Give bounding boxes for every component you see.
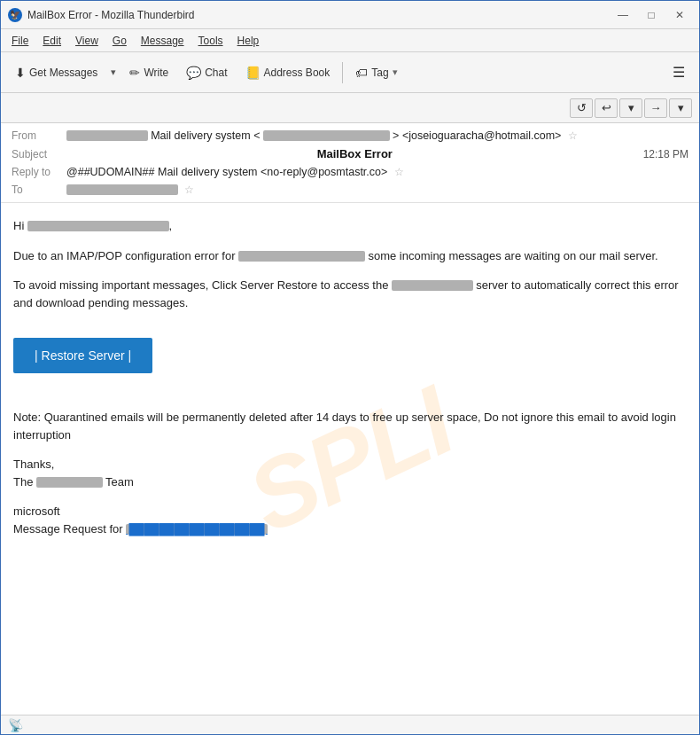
nav-reply-button[interactable]: ↩ xyxy=(595,98,618,118)
nav-dropdown-button[interactable]: ▾ xyxy=(619,98,642,118)
email-header: From ██████████ Mail delivery system < █… xyxy=(1,123,699,203)
maximize-button[interactable]: □ xyxy=(639,6,664,24)
email-time: 12:18 PM xyxy=(643,148,688,160)
write-button[interactable]: ✏ Write xyxy=(122,62,175,83)
write-icon: ✏ xyxy=(129,66,140,80)
hamburger-menu[interactable]: ☰ xyxy=(665,60,692,84)
from-blurred2: ████████████████ xyxy=(263,130,390,141)
email-body: SPLI Hi ██████████████████ , Due to an I… xyxy=(1,203,699,715)
minimize-button[interactable]: — xyxy=(611,6,635,24)
from-label: From xyxy=(12,129,66,142)
reply-to-row: Reply to @##UDOMAIN## Mail delivery syst… xyxy=(12,163,688,181)
from-value: ██████████ Mail delivery system < ██████… xyxy=(66,129,688,142)
tag-icon: 🏷 xyxy=(355,66,368,80)
reply-to-star-icon[interactable]: ☆ xyxy=(394,166,404,178)
subject-row: Subject MailBox Error 12:18 PM xyxy=(12,145,688,163)
to-label: To xyxy=(12,184,66,196)
to-row: To ██████████████ ☆ xyxy=(12,181,688,199)
nav-more-button[interactable]: ▾ xyxy=(669,98,692,118)
chat-button[interactable]: 💬 Chat xyxy=(179,62,234,83)
tag-button[interactable]: 🏷 Tag ▾ xyxy=(348,62,404,83)
to-star-icon[interactable]: ☆ xyxy=(184,184,194,196)
note-paragraph: Note: Quarantined emails will be permane… xyxy=(13,409,687,443)
nav-back-button[interactable]: ↺ xyxy=(570,98,593,118)
email-content: Hi ██████████████████ , Due to an IMAP/P… xyxy=(13,217,687,537)
footer-link-blurred[interactable]: ██████████████████ xyxy=(126,524,268,535)
menu-help[interactable]: Help xyxy=(230,33,267,49)
subject-value: MailBox Error xyxy=(317,147,393,160)
from-star-icon[interactable]: ☆ xyxy=(568,129,578,142)
close-button[interactable]: ✕ xyxy=(667,6,692,24)
team-name-blurred: ████████ xyxy=(36,477,103,488)
get-messages-dropdown[interactable]: ▾ xyxy=(108,63,119,82)
menu-file[interactable]: File xyxy=(4,33,35,49)
title-bar: 🦅 MailBox Error - Mozilla Thunderbird — … xyxy=(1,1,699,29)
app-window: 🦅 MailBox Error - Mozilla Thunderbird — … xyxy=(0,0,700,735)
menu-bar: File Edit View Go Message Tools Help xyxy=(1,29,699,52)
error-email-blurred: ████████████████ xyxy=(238,251,365,262)
app-icon: 🦅 xyxy=(8,8,22,22)
status-icon: 📡 xyxy=(8,718,23,732)
thanks-paragraph: Thanks, The ████████ Team xyxy=(13,456,687,490)
menu-go[interactable]: Go xyxy=(105,33,134,49)
window-controls: — □ ✕ xyxy=(611,6,692,24)
reply-to-value: @##UDOMAIN## Mail delivery system <no-re… xyxy=(66,166,688,178)
from-row: From ██████████ Mail delivery system < █… xyxy=(12,127,688,145)
window-title: MailBox Error - Mozilla Thunderbird xyxy=(27,9,611,21)
status-bar: 📡 xyxy=(1,715,699,734)
to-value: ██████████████ ☆ xyxy=(66,184,688,196)
address-book-button[interactable]: 📒 Address Book xyxy=(238,62,338,83)
subject-label: Subject xyxy=(12,148,66,160)
footer-paragraph: microsoft Message Request for ██████████… xyxy=(13,503,687,537)
menu-view[interactable]: View xyxy=(68,33,105,49)
greeting-paragraph: Hi ██████████████████ , xyxy=(13,217,687,235)
greeting-name-blurred: ██████████████████ xyxy=(27,221,169,231)
get-messages-icon: ⬇ xyxy=(15,66,26,80)
to-blurred: ██████████████ xyxy=(66,184,178,195)
menu-edit[interactable]: Edit xyxy=(35,33,68,49)
toolbar: ⬇ Get Messages ▾ ✏ Write 💬 Chat 📒 Addres… xyxy=(1,52,699,93)
reply-to-label: Reply to xyxy=(12,166,66,178)
restore-server-button[interactable]: | Restore Server | xyxy=(13,338,152,373)
menu-message[interactable]: Message xyxy=(134,33,191,49)
menu-tools[interactable]: Tools xyxy=(191,33,230,49)
chat-icon: 💬 xyxy=(186,66,201,80)
restore-info-paragraph: To avoid missing important messages, Cli… xyxy=(13,277,687,311)
get-messages-button[interactable]: ⬇ Get Messages xyxy=(8,62,105,83)
restore-button-container: | Restore Server | xyxy=(13,329,687,391)
address-book-icon: 📒 xyxy=(245,66,261,80)
from-blurred1: ██████████ xyxy=(66,130,148,141)
nav-forward-button[interactable]: → xyxy=(644,98,667,118)
nav-bar: ↺ ↩ ▾ → ▾ xyxy=(1,93,699,123)
server-name-blurred: ██████████ xyxy=(392,280,473,291)
toolbar-separator xyxy=(342,62,343,83)
tag-dropdown-arrow: ▾ xyxy=(393,66,398,78)
imap-error-paragraph: Due to an IMAP/POP configuration error f… xyxy=(13,247,687,265)
